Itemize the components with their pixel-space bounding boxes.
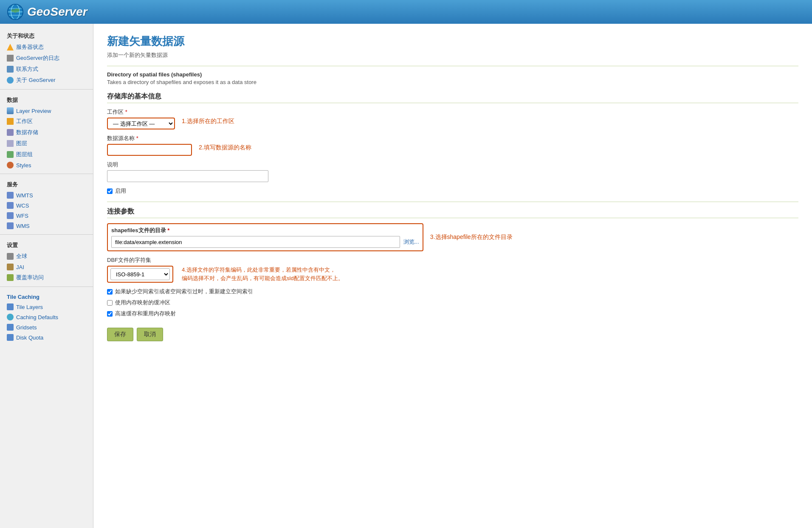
sidebar-item-label: 工作区 [16, 118, 33, 125]
shapefile-dir-label: shapefiles文件的目录 * [111, 227, 419, 234]
workspace-annotation: 1.选择所在的工作区 [182, 118, 234, 125]
enabled-label[interactable]: 启用 [115, 187, 126, 195]
sidebar-item-wms[interactable]: WMS [0, 221, 93, 231]
charset-annotation-line2: 编码选择不对，会产生乱码，有可能会造成sld配置文件匹配不上。 [182, 274, 344, 283]
sidebar-item-label: Caching Defaults [16, 314, 58, 320]
charset-select[interactable]: ISO-8859-1 UTF-8 GBK GB2312 [110, 268, 170, 280]
monitor-icon [7, 66, 14, 73]
sidebar-item-styles[interactable]: Styles [0, 160, 93, 170]
datasource-name-annotation: 2.填写数据源的名称 [199, 144, 251, 152]
sidebar-divider-2 [0, 174, 93, 174]
checkbox1-label[interactable]: 如果缺少空间索引或者空间索引过时，重新建立空间索引 [115, 288, 253, 295]
sidebar-item-workspace[interactable]: 工作区 [0, 116, 93, 127]
connection-params-section-header: 连接参数 [107, 207, 798, 218]
layout: 关于和状态 服务器状态 GeoServer的日志 联系方式 关于 GeoServ… [0, 24, 812, 528]
workspace-group: 工作区 * — 选择工作区 — 1.选择所在的工作区 [107, 108, 798, 129]
sidebar-item-label: WCS [16, 202, 29, 209]
sidebar-item-contact[interactable]: 联系方式 [0, 64, 93, 75]
workspace-label: 工作区 * [107, 108, 798, 116]
sidebar-item-label: Layer Preview [16, 108, 51, 114]
sidebar-item-coverage-access[interactable]: 覆盖率访问 [0, 272, 93, 283]
sidebar-item-wfs[interactable]: WFS [0, 211, 93, 221]
db-icon [7, 129, 14, 136]
checkbox2-label[interactable]: 使用内存映射的缓冲区 [115, 299, 170, 306]
checkbox3-label[interactable]: 高速缓存和重用内存映射 [115, 310, 176, 317]
sidebar-item-label: 图层 [16, 140, 27, 147]
jai-icon [7, 264, 14, 270]
wmts-icon [7, 192, 14, 199]
cancel-button[interactable]: 取消 [137, 328, 163, 341]
sidebar-item-label: WMTS [16, 192, 33, 199]
memory-map-checkbox[interactable] [107, 300, 113, 306]
sidebar-item-server-status[interactable]: 服务器状态 [0, 42, 93, 53]
enabled-checkbox[interactable] [107, 188, 113, 194]
sidebar-item-geoserver-log[interactable]: GeoServer的日志 [0, 53, 93, 64]
sidebar-item-tile-layers[interactable]: Tile Layers [0, 302, 93, 312]
sidebar-item-label: 联系方式 [16, 65, 38, 73]
sidebar-item-label: Disk Quota [16, 334, 43, 341]
shapefile-annotation: 3.选择shapefile所在的文件目录 [430, 233, 513, 241]
description-group: 说明 [107, 161, 798, 182]
sidebar-item-label: 全球 [16, 253, 27, 260]
sidebar-item-global[interactable]: 全球 [0, 251, 93, 262]
description-label: 说明 [107, 161, 798, 169]
save-button[interactable]: 保存 [107, 328, 133, 341]
layergroup-icon [7, 151, 14, 158]
sidebar-item-caching-defaults[interactable]: Caching Defaults [0, 312, 93, 322]
settings-section-title: 设置 [0, 238, 93, 251]
checkbox3-row: 高速缓存和重用内存映射 [107, 310, 798, 317]
sidebar-item-layers[interactable]: 图层 [0, 138, 93, 149]
page-title: 新建矢量数据源 [107, 34, 798, 49]
logo-text: GeoServer [27, 5, 87, 19]
warning-icon [7, 44, 14, 51]
enabled-checkbox-row: 启用 [107, 187, 798, 195]
shapefile-dir-group: shapefiles文件的目录 * 浏览... 3.选择shapefile所在的… [107, 223, 798, 251]
checkbox2-row: 使用内存映射的缓冲区 [107, 299, 798, 306]
sidebar-item-data-store[interactable]: 数据存储 [0, 127, 93, 138]
sidebar-item-label: Tile Layers [16, 304, 43, 310]
layer-icon [7, 140, 14, 147]
browse-button[interactable]: 浏览... [403, 238, 419, 246]
settings-icon [7, 253, 14, 260]
sidebar-item-about[interactable]: 关于 GeoServer [0, 75, 93, 86]
sidebar-item-label: GeoServer的日志 [16, 54, 59, 62]
sidebar-item-layer-preview[interactable]: Layer Preview [0, 106, 93, 116]
sidebar-item-label: 覆盖率访问 [16, 274, 44, 281]
shapefile-dir-input-group: shapefiles文件的目录 * 浏览... [107, 223, 423, 251]
sidebar-item-label: WMS [16, 223, 30, 229]
file-input-row: 浏览... [111, 236, 419, 248]
sidebar-item-jai[interactable]: JAI [0, 262, 93, 272]
globe-icon [7, 3, 24, 20]
sidebar-item-wmts[interactable]: WMTS [0, 190, 93, 200]
spatial-index-checkbox[interactable] [107, 289, 113, 295]
sidebar-item-layer-groups[interactable]: 图层组 [0, 149, 93, 160]
main-content: 新建矢量数据源 添加一个新的矢量数据源 Directory of spatial… [93, 24, 812, 528]
datasource-name-group: 数据源名称 * 2.填写数据源的名称 [107, 135, 798, 156]
wcs-icon [7, 202, 14, 209]
sidebar-item-label: 图层组 [16, 151, 33, 158]
coverage-icon [7, 274, 14, 281]
sidebar: 关于和状态 服务器状态 GeoServer的日志 联系方式 关于 GeoServ… [0, 24, 93, 528]
sidebar-item-label: WFS [16, 213, 28, 219]
shapefile-dir-row: shapefiles文件的目录 * 浏览... 3.选择shapefile所在的… [107, 223, 798, 251]
datasource-name-input[interactable] [107, 144, 192, 156]
workspace-select[interactable]: — 选择工作区 — [107, 118, 175, 129]
sidebar-item-wcs[interactable]: WCS [0, 200, 93, 211]
file-path-input[interactable] [111, 236, 400, 248]
datasource-name-row: 2.填写数据源的名称 [107, 144, 798, 156]
sidebar-item-label: 数据存储 [16, 129, 38, 136]
action-buttons: 保存 取消 [107, 328, 798, 341]
sidebar-item-disk-quota[interactable]: Disk Quota [0, 332, 93, 343]
sidebar-item-label: JAI [16, 264, 24, 270]
cache-reuse-checkbox[interactable] [107, 311, 113, 317]
about-section-title: 关于和状态 [0, 29, 93, 42]
cachingdefaults-icon [7, 314, 14, 320]
description-input[interactable] [107, 170, 268, 182]
sidebar-divider-3 [0, 234, 93, 235]
charset-annotation: 4.选择文件的字符集编码，此处非常重要，若属性中含有中文， 编码选择不对，会产生… [182, 266, 344, 282]
datasource-name-label: 数据源名称 * [107, 135, 798, 142]
workspace-required: * [125, 109, 127, 115]
sidebar-item-gridsets[interactable]: Gridsets [0, 322, 93, 332]
wms-icon [7, 222, 14, 229]
top-divider [107, 66, 798, 66]
